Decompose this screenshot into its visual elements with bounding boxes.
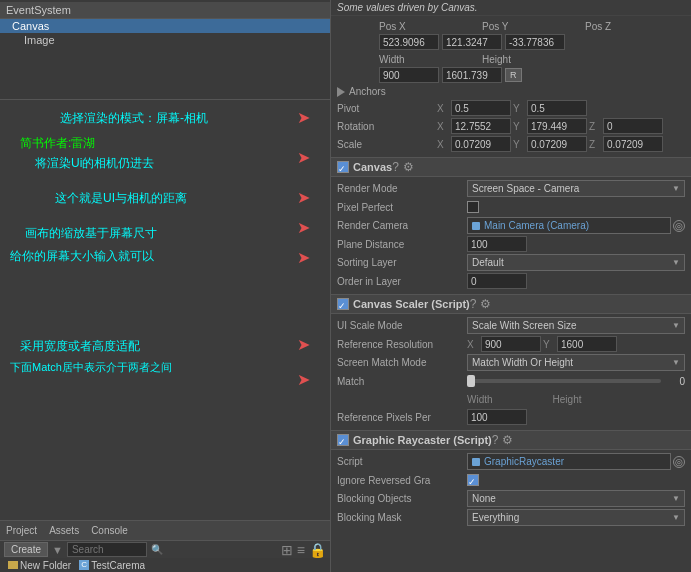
ref-x-input[interactable] — [481, 336, 541, 352]
annotation-4: 这个就是UI与相机的距离 — [55, 190, 187, 207]
canvas-enable-checkbox[interactable]: ✓ — [337, 161, 349, 173]
r-button[interactable]: R — [505, 68, 522, 82]
canvas-help-icon[interactable]: ? — [392, 160, 399, 174]
graphic-raycaster-title: Graphic Raycaster (Script) — [353, 434, 492, 446]
pos-z-input[interactable] — [505, 34, 565, 50]
ref-resolution-label: Reference Resolution — [337, 339, 467, 350]
pos-y-label: Pos Y — [482, 21, 582, 32]
screen-match-label: Screen Match Mode — [337, 357, 467, 368]
create-bar: Create ▼ 🔍 ⊞ ≡ 🔒 — [0, 540, 330, 558]
pivot-y-label: Y — [513, 103, 525, 114]
scale-x-input[interactable] — [451, 136, 511, 152]
graphic-raycaster-header[interactable]: ✓ Graphic Raycaster (Script) ? ⚙ — [331, 430, 691, 450]
height-input[interactable] — [442, 67, 502, 83]
pivot-x-input[interactable] — [451, 100, 511, 116]
arrow-match: ➤ — [297, 370, 310, 389]
render-mode-arrow: ▼ — [672, 184, 680, 193]
script-value: GraphicRaycaster — [484, 456, 564, 467]
annotation-7: 采用宽度或者高度适配 — [20, 338, 140, 355]
screen-match-dropdown[interactable]: Match Width Or Height ▼ — [467, 354, 685, 371]
canvas-component-header[interactable]: ✓ Canvas ? ⚙ — [331, 157, 691, 177]
canvas-title: Canvas — [353, 161, 392, 173]
pixel-perfect-row: Pixel Perfect — [337, 198, 685, 216]
rot-y-label: Y — [513, 121, 525, 132]
screen-match-arrow: ▼ — [672, 358, 680, 367]
sorting-layer-dropdown[interactable]: Default ▼ — [467, 254, 685, 271]
match-slider-thumb[interactable] — [467, 375, 475, 387]
ignore-reversed-label: Ignore Reversed Gra — [337, 475, 467, 486]
pos-fields: Pos X Pos Y Pos Z Width Height — [379, 21, 685, 83]
pixel-perfect-checkbox[interactable] — [467, 201, 479, 213]
rot-z-input[interactable] — [603, 118, 663, 134]
height-label-transform: Height — [482, 54, 582, 65]
test-carema-item[interactable]: C TestCarema — [79, 560, 145, 571]
anchors-expand-icon[interactable] — [337, 87, 345, 97]
scale-z-input[interactable] — [603, 136, 663, 152]
list-icon-btn[interactable]: ≡ — [297, 542, 305, 558]
annotation-5: 画布的缩放基于屏幕尺寸 — [25, 225, 157, 242]
width-input[interactable] — [379, 67, 439, 83]
graphic-raycaster-enable-checkbox[interactable]: ✓ — [337, 434, 349, 446]
height-label-slider: Height — [553, 394, 582, 405]
script-row: Script GraphicRaycaster ◎ — [337, 452, 685, 471]
pos-y-input[interactable] — [442, 34, 502, 50]
console-tab[interactable]: Console — [91, 525, 128, 536]
hierarchy-title: EventSystem — [0, 2, 330, 19]
match-slider-track[interactable] — [467, 379, 661, 383]
hierarchy-item-image[interactable]: Image — [0, 33, 330, 47]
render-mode-dropdown[interactable]: Screen Space - Camera ▼ — [467, 180, 685, 197]
blocking-objects-label: Blocking Objects — [337, 493, 467, 504]
pivot-label: Pivot — [337, 103, 437, 114]
hierarchy-item-canvas[interactable]: Canvas — [0, 19, 330, 33]
arrow-ref-resolution: ➤ — [297, 248, 310, 267]
plane-distance-input[interactable] — [467, 236, 527, 252]
new-folder-item[interactable]: New Folder — [8, 560, 71, 571]
canvas-scaler-enable-checkbox[interactable]: ✓ — [337, 298, 349, 310]
canvas-scaler-title: Canvas Scaler (Script) — [353, 298, 470, 310]
ui-scale-mode-dropdown[interactable]: Scale With Screen Size ▼ — [467, 317, 685, 334]
canvas-gear-icon[interactable]: ⚙ — [403, 160, 414, 174]
ref-y-input[interactable] — [557, 336, 617, 352]
sorting-layer-label: Sorting Layer — [337, 257, 467, 268]
ui-scale-mode-arrow: ▼ — [672, 321, 680, 330]
screen-match-row: Screen Match Mode Match Width Or Height … — [337, 353, 685, 372]
pivot-y-input[interactable] — [527, 100, 587, 116]
script-select-btn[interactable]: ◎ — [673, 456, 685, 468]
pos-x-input[interactable] — [379, 34, 439, 50]
assets-tab[interactable]: Assets — [49, 525, 79, 536]
script-field[interactable]: GraphicRaycaster — [467, 453, 671, 470]
graphic-raycaster-gear-icon[interactable]: ⚙ — [502, 433, 513, 447]
rot-y-input[interactable] — [527, 118, 587, 134]
render-camera-field[interactable]: Main Camera (Camera) — [467, 217, 671, 234]
canvas-scaler-gear-icon[interactable]: ⚙ — [480, 297, 491, 311]
image-label: Image — [24, 34, 55, 46]
ref-pixels-label: Reference Pixels Per — [337, 412, 467, 423]
canvas-scaler-help-icon[interactable]: ? — [470, 297, 477, 311]
rot-x-label: X — [437, 121, 449, 132]
canvas-scaler-header[interactable]: ✓ Canvas Scaler (Script) ? ⚙ — [331, 294, 691, 314]
render-camera-select-btn[interactable]: ◎ — [673, 220, 685, 232]
rot-x-input[interactable] — [451, 118, 511, 134]
ref-x-label: X — [467, 339, 479, 350]
project-tab[interactable]: Project — [6, 525, 37, 536]
order-in-layer-input[interactable] — [467, 273, 527, 289]
scale-y-input[interactable] — [527, 136, 587, 152]
ref-y-label: Y — [543, 339, 555, 350]
project-search-input[interactable] — [67, 542, 147, 557]
folder-icon-btn[interactable]: ⊞ — [281, 542, 293, 558]
pixel-perfect-label: Pixel Perfect — [337, 202, 467, 213]
scale-label: Scale — [337, 139, 437, 150]
camera-obj-dot — [472, 222, 480, 230]
ignore-reversed-checkbox[interactable]: ✓ — [467, 474, 479, 486]
blocking-mask-dropdown[interactable]: Everything ▼ — [467, 509, 685, 526]
lock-icon-btn[interactable]: 🔒 — [309, 542, 326, 558]
canvas-label: Canvas — [12, 20, 49, 32]
render-mode-label: Render Mode — [337, 183, 467, 194]
ref-pixels-input[interactable] — [467, 409, 527, 425]
create-button[interactable]: Create — [4, 542, 48, 557]
script-obj-dot — [472, 458, 480, 466]
graphic-raycaster-help-icon[interactable]: ? — [492, 433, 499, 447]
blocking-objects-dropdown[interactable]: None ▼ — [467, 490, 685, 507]
inspector-panel: Some values driven by Canvas. Pos X Pos … — [330, 0, 691, 572]
pivot-row: Pivot X Y — [337, 99, 685, 117]
